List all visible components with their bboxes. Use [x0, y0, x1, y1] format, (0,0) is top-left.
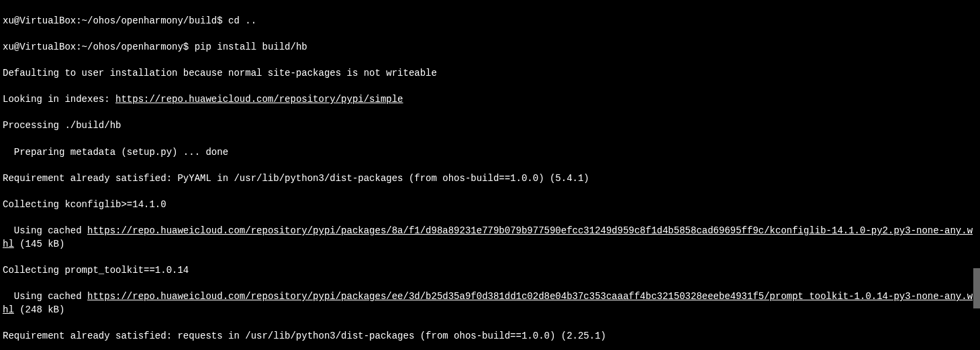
- prompt-path: :~/ohos/openharmony: [76, 42, 183, 52]
- output-line: Requirement already satisfied: PyYAML in…: [3, 172, 977, 186]
- scrollbar-thumb[interactable]: [973, 268, 980, 308]
- prompt-line: xu@VirtualBox:~/ohos/openharmony/build$ …: [3, 15, 977, 28]
- output-line: Using cached https://repo.huaweicloud.co…: [3, 290, 977, 316]
- output-line: Collecting prompt_toolkit==1.0.14: [3, 264, 977, 278]
- url-link: https://repo.huaweicloud.com/repository/…: [115, 94, 403, 105]
- prompt-dollar: $: [217, 15, 222, 26]
- output-line: Using cached https://repo.huaweicloud.co…: [3, 225, 977, 251]
- command-text: cd ..: [223, 15, 256, 26]
- output-line: Looking in indexes: https://repo.huaweic…: [3, 93, 977, 107]
- output-text: Using cached: [3, 225, 87, 236]
- url-link: https://repo.huaweicloud.com/repository/…: [3, 291, 973, 315]
- output-line: Collecting kconfiglib>=14.1.0: [3, 198, 977, 212]
- terminal-output[interactable]: xu@VirtualBox:~/ohos/openharmony/build$ …: [3, 1, 977, 350]
- output-text: Looking in indexes:: [3, 94, 115, 105]
- output-text: (248 kB): [14, 304, 65, 315]
- prompt-user: xu@VirtualBox: [3, 42, 76, 52]
- prompt-path: :~/ohos/openharmony/build: [76, 15, 217, 26]
- output-line: Defaulting to user installation because …: [3, 67, 977, 80]
- prompt-dollar: $: [183, 42, 189, 52]
- output-line: Processing ./build/hb: [3, 119, 977, 133]
- output-text: (145 kB): [14, 239, 65, 249]
- prompt-user: xu@VirtualBox: [3, 15, 76, 26]
- output-text: Using cached: [3, 291, 87, 302]
- output-line: Preparing metadata (setup.py) ... done: [3, 146, 977, 160]
- output-line: Requirement already satisfied: requests …: [3, 330, 977, 343]
- command-text: pip install build/hb: [189, 42, 307, 52]
- prompt-line: xu@VirtualBox:~/ohos/openharmony$ pip in…: [3, 41, 977, 54]
- url-link: https://repo.huaweicloud.com/repository/…: [3, 225, 973, 249]
